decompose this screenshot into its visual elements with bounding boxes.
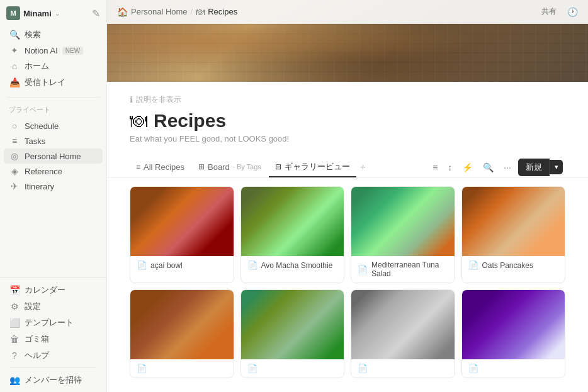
- card-footer: 📄 açaí bowl: [130, 256, 234, 274]
- new-button-group: 新規 ▾: [518, 159, 563, 176]
- sidebar-item-reference[interactable]: ◈ Reference: [4, 164, 103, 179]
- sidebar-item-label: 受信トレイ: [25, 77, 65, 88]
- topbar-actions: 共有 🕐: [537, 4, 578, 19]
- document-icon: 📄: [137, 260, 147, 270]
- filter-button[interactable]: ≡: [429, 160, 441, 174]
- gallery-card[interactable]: 📄: [461, 289, 566, 378]
- gallery-card[interactable]: 📄 Mediterranean Tuna Salad: [351, 186, 455, 283]
- info-icon: ℹ: [130, 95, 133, 104]
- sidebar-item-help[interactable]: ? ヘルプ: [4, 347, 103, 364]
- sidebar-item-label: Personal Home: [25, 152, 81, 161]
- search-button[interactable]: 🔍: [480, 160, 497, 174]
- document-icon: 📄: [358, 265, 368, 274]
- sidebar-item-trash[interactable]: 🗑 ゴミ箱: [4, 331, 103, 347]
- gallery-card[interactable]: 📄 Avo Macha Smoothie: [240, 186, 345, 283]
- sidebar-item-templates[interactable]: ⬜ テンプレート: [4, 315, 103, 331]
- main-content: 🏠 Personal Home / 🍽 Recipes 共有 🕐 ℹ 説明を非表…: [107, 0, 588, 392]
- chevron-down-icon: ⌄: [55, 10, 60, 17]
- document-icon: 📄: [247, 260, 257, 270]
- tab-board[interactable]: ⊞ Board · By Tags: [192, 159, 268, 177]
- gallery-card[interactable]: 📄: [130, 289, 234, 378]
- card-image: [241, 187, 344, 256]
- sidebar-item-settings[interactable]: ⚙ 設定: [4, 298, 103, 315]
- sidebar: M Minami ⌄ ✎ 🔍 検索 ✦ Notion AI NEW ⌂ ホーム …: [0, 0, 107, 392]
- card-title: Oats Pancakes: [482, 261, 533, 270]
- history-icon[interactable]: 🕐: [567, 7, 578, 17]
- breadcrumb-home[interactable]: Personal Home: [131, 7, 188, 16]
- sidebar-item-label: メンバーを招待: [25, 374, 82, 386]
- card-title: açaí bowl: [150, 261, 183, 270]
- user-menu[interactable]: M Minami ⌄: [6, 6, 60, 20]
- gallery-card[interactable]: 📄: [240, 289, 345, 378]
- home-icon: ⌂: [9, 61, 20, 71]
- sort-button[interactable]: ↕: [444, 160, 455, 174]
- page-header: ℹ 説明を非表示 🍽 Recipes Eat what you FEEL goo…: [107, 82, 588, 157]
- sidebar-item-calendar[interactable]: 📅 カレンダー: [4, 282, 103, 298]
- page-content: ℹ 説明を非表示 🍽 Recipes Eat what you FEEL goo…: [107, 82, 588, 392]
- sidebar-item-search[interactable]: 🔍 検索: [4, 26, 103, 43]
- sidebar-item-notion-ai[interactable]: ✦ Notion AI NEW: [4, 43, 103, 58]
- card-image: [351, 187, 455, 256]
- tab-label: All Recipes: [144, 162, 184, 172]
- card-footer: 📄: [241, 359, 344, 378]
- card-title: Mediterranean Tuna Salad: [371, 260, 448, 278]
- invite-icon: 👥: [9, 375, 20, 385]
- sidebar-item-inbox[interactable]: 📥 受信トレイ: [4, 74, 103, 91]
- sidebar-private-nav: ○ Schedule ≡ Tasks ◎ Personal Home ◈ Ref…: [0, 116, 106, 196]
- breadcrumb-current: Recipes: [208, 7, 237, 16]
- tab-all-recipes[interactable]: ≡ All Recipes: [130, 159, 191, 177]
- sidebar-item-label: Schedule: [25, 121, 59, 131]
- auto-button[interactable]: ⚡: [459, 160, 476, 174]
- sidebar-item-label: テンプレート: [25, 317, 74, 328]
- sidebar-item-label: Reference: [25, 167, 62, 176]
- tab-label: ギャラリービュー: [285, 161, 350, 172]
- sidebar-item-invite[interactable]: 👥 メンバーを招待: [4, 372, 103, 388]
- tasks-icon: ≡: [9, 136, 20, 146]
- card-footer: 📄: [462, 359, 565, 378]
- sidebar-item-label: ヘルプ: [25, 350, 49, 361]
- description-toggle[interactable]: ℹ 説明を非表示: [130, 94, 565, 105]
- divider: [10, 367, 96, 368]
- schedule-icon: ○: [9, 121, 20, 131]
- share-button[interactable]: 共有: [537, 4, 561, 19]
- sidebar-item-itinerary[interactable]: ✈ Itinerary: [4, 179, 103, 194]
- sidebar-item-tasks[interactable]: ≡ Tasks: [4, 133, 103, 148]
- calendar-icon: 📅: [9, 285, 20, 295]
- add-view-button[interactable]: +: [358, 159, 368, 176]
- tab-gallery[interactable]: ⊟ ギャラリービュー: [269, 157, 356, 177]
- card-footer: 📄 Oats Pancakes: [462, 256, 565, 274]
- board-icon: ⊞: [198, 162, 205, 171]
- sidebar-item-label: ゴミ箱: [25, 333, 49, 345]
- description-toggle-label: 説明を非表示: [136, 94, 181, 105]
- user-name: Minami: [23, 9, 52, 18]
- sidebar-item-label: 検索: [25, 29, 41, 40]
- view-controls: ≡ ↕ ⚡ 🔍 ··· 新規 ▾: [429, 159, 565, 176]
- gallery-card[interactable]: 📄 Oats Pancakes: [461, 186, 566, 283]
- itinerary-icon: ✈: [9, 181, 20, 191]
- gallery-card[interactable]: 📄 açaí bowl: [130, 186, 234, 283]
- more-button[interactable]: ···: [500, 160, 514, 174]
- topbar: 🏠 Personal Home / 🍽 Recipes 共有 🕐: [107, 0, 588, 24]
- trash-icon: 🗑: [9, 334, 20, 344]
- card-image: [130, 290, 234, 359]
- sidebar-item-personal-home[interactable]: ◎ Personal Home: [4, 148, 103, 164]
- divider: [6, 97, 100, 98]
- search-icon: 🔍: [9, 30, 20, 40]
- reference-icon: ◈: [9, 166, 20, 176]
- card-image: [462, 187, 565, 256]
- gallery-grid: 📄 açaí bowl 📄 Avo Macha Smoothie 📄 Medit…: [107, 186, 588, 391]
- card-image: [241, 290, 344, 359]
- notion-ai-icon: ✦: [9, 45, 20, 55]
- sidebar-item-home[interactable]: ⌂ ホーム: [4, 58, 103, 74]
- new-page-icon[interactable]: ✎: [92, 8, 100, 20]
- sidebar-item-label: Notion AI: [25, 46, 58, 55]
- new-record-button[interactable]: 新規: [518, 159, 550, 176]
- gallery-card[interactable]: 📄: [351, 289, 455, 378]
- help-icon: ?: [9, 350, 20, 361]
- gallery-icon: ⊟: [275, 162, 281, 171]
- document-icon: 📄: [137, 364, 147, 373]
- document-icon: 📄: [358, 364, 368, 373]
- sidebar-item-schedule[interactable]: ○ Schedule: [4, 118, 103, 133]
- new-record-dropdown[interactable]: ▾: [550, 160, 563, 174]
- sidebar-item-label: ホーム: [25, 60, 49, 72]
